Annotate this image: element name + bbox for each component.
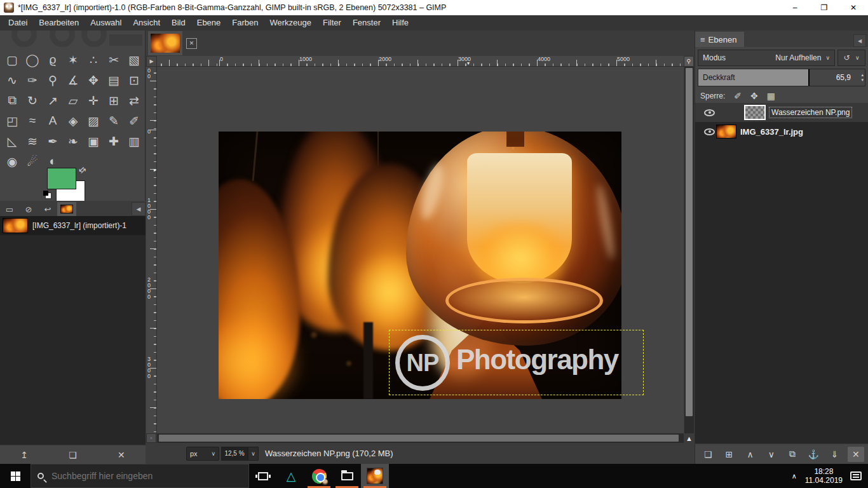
new-image-button[interactable]: ❏ — [64, 447, 81, 463]
image-tab-close-button[interactable]: ✕ — [186, 38, 197, 49]
lock-alpha-icon[interactable]: ▦ — [767, 91, 775, 101]
clone-tool[interactable]: ▣ — [83, 131, 104, 151]
start-button[interactable] — [0, 464, 31, 488]
raise-layer-button[interactable]: ∧ — [742, 447, 759, 462]
free-select-tool[interactable]: ϱ — [43, 50, 63, 70]
horizontal-ruler[interactable]: 0 1000 2000 3000 4000 5000 ▾ — [157, 56, 684, 67]
menu-datei[interactable]: Datei — [3, 15, 33, 30]
tab-ebenen[interactable]: ≡ Ebenen — [695, 32, 744, 47]
restore-button[interactable]: ❐ — [810, 0, 839, 15]
layer-row-photo[interactable]: IMG_6337_lr.jpg — [695, 122, 868, 141]
taskbar-search[interactable] — [31, 464, 249, 488]
paintbrush-tool[interactable]: ✐ — [124, 111, 144, 131]
layer-row-watermark[interactable]: Wasserzeichen NP.png — [695, 103, 868, 122]
menu-werkzeuge[interactable]: Werkzeuge — [264, 15, 318, 30]
menu-ebene[interactable]: Ebene — [191, 15, 227, 30]
foreground-select-tool[interactable]: ▧ — [124, 50, 144, 70]
align-tool[interactable]: ▤ — [104, 70, 124, 90]
menu-farben[interactable]: Farben — [226, 15, 264, 30]
close-button[interactable]: ✕ — [839, 0, 868, 15]
right-dock-collapse-button[interactable]: ◀ — [853, 34, 866, 47]
task-view-button[interactable] — [249, 464, 277, 488]
ruler-corner-button[interactable]: ▶ — [146, 56, 157, 67]
visibility-eye-icon[interactable] — [704, 128, 715, 135]
duplicate-layer-button[interactable]: ⧉ — [784, 447, 801, 462]
vertical-ruler[interactable]: 00 0 1000 2000 3000 ▸ — [146, 67, 157, 433]
list-item[interactable]: [IMG_6337_lr] (importiert)-1 — [0, 216, 146, 235]
layer-name[interactable]: IMG_6337_lr.jpg — [740, 127, 803, 137]
tab-device-status[interactable]: ⊘ — [19, 202, 38, 216]
pencil-tool[interactable]: ✎ — [104, 111, 124, 131]
scissors-select-tool[interactable]: ✂ — [104, 50, 124, 70]
text-tool[interactable]: A — [43, 111, 63, 131]
rectangle-select-tool[interactable]: ▢ — [2, 50, 22, 70]
fuzzy-select-tool[interactable]: ✶ — [63, 50, 83, 70]
crop-tool[interactable]: ⊡ — [124, 70, 144, 90]
anchor-layer-button[interactable]: ⚓ — [805, 447, 822, 462]
taskbar-clock[interactable]: 18:28 11.04.2019 — [805, 467, 843, 485]
horizontal-scrollbar[interactable] — [157, 433, 684, 443]
gradient-tool[interactable]: ▨ — [83, 111, 104, 131]
measure-tool[interactable]: ∡ — [63, 70, 83, 90]
tab-undo-history[interactable]: ↩ — [38, 202, 57, 216]
triangle-app-button[interactable]: △ — [277, 464, 305, 488]
photo-layer-thumbnail[interactable] — [716, 125, 736, 139]
airbrush-tool[interactable]: ≋ — [22, 131, 43, 151]
image-tab[interactable] — [148, 31, 182, 55]
menu-ansicht[interactable]: Ansicht — [127, 15, 166, 30]
lower-layer-button[interactable]: ∨ — [763, 447, 780, 462]
tab-tool-options[interactable]: ▭ — [0, 202, 19, 216]
action-center-icon[interactable] — [850, 471, 862, 480]
new-layer-group-button[interactable]: ⊞ — [721, 447, 737, 462]
left-dock-collapse-button[interactable]: ◀ — [132, 202, 146, 216]
menu-auswahl[interactable]: Auswahl — [85, 15, 127, 30]
unified-transform-tool[interactable]: ⧉ — [2, 90, 22, 111]
zoom-tool[interactable]: ⚲ — [43, 70, 63, 90]
quick-mask-button[interactable]: ▫ — [146, 433, 156, 443]
3d-transform-tool[interactable]: ⊞ — [104, 90, 124, 111]
unit-dropdown[interactable]: px ∨ — [186, 447, 219, 461]
layer-mode-dropdown[interactable]: Modus Nur Aufhellen ∨ — [698, 50, 835, 66]
h-scroll-thumb[interactable] — [159, 435, 679, 442]
foreground-color-swatch[interactable] — [47, 168, 76, 189]
eraser-tool[interactable]: ◺ — [2, 131, 22, 151]
select-by-color-tool[interactable]: ∴ — [83, 50, 104, 70]
heal-tool[interactable]: ✚ — [104, 131, 124, 151]
delete-layer-button[interactable]: ✕ — [848, 447, 864, 462]
ellipse-select-tool[interactable]: ◯ — [22, 50, 43, 70]
canvas-viewport[interactable]: NP Photography — [157, 67, 684, 433]
menu-filter[interactable]: Filter — [317, 15, 347, 30]
minimize-button[interactable]: – — [780, 0, 810, 15]
raise-to-top-button[interactable]: ↥ — [15, 447, 33, 463]
zoom-value[interactable]: 12,5 % — [221, 447, 248, 461]
navigation-button[interactable]: ▲ — [684, 433, 694, 443]
opacity-slider-handle[interactable] — [808, 69, 810, 86]
search-input[interactable] — [51, 471, 229, 481]
visibility-eye-icon[interactable] — [704, 109, 715, 116]
menu-bild[interactable]: Bild — [166, 15, 191, 30]
warp-transform-tool[interactable]: ≈ — [22, 111, 43, 131]
chrome-button[interactable] — [305, 464, 333, 488]
gimp-taskbar-button[interactable] — [361, 464, 389, 488]
ink-tool[interactable]: ✒ — [43, 131, 63, 151]
scale-tool[interactable]: ↗ — [43, 90, 63, 111]
opacity-spinner[interactable]: ▴ ▾ — [861, 69, 864, 86]
mode-options-button[interactable]: ↺ ∨ — [837, 50, 865, 66]
rotate-tool[interactable]: ↻ — [22, 90, 43, 111]
merge-layer-button[interactable]: ⇓ — [827, 447, 843, 462]
bucket-fill-tool[interactable]: ◈ — [63, 111, 83, 131]
tab-images[interactable] — [57, 202, 76, 216]
delete-image-button[interactable]: ✕ — [112, 447, 130, 463]
new-layer-button[interactable]: ❏ — [700, 447, 716, 462]
lock-position-icon[interactable]: ✥ — [750, 91, 758, 101]
opacity-slider[interactable]: Deckkraft 65,9 ▴ ▾ — [698, 69, 865, 86]
zoom-dropdown-button[interactable]: ∨ — [248, 447, 259, 461]
color-picker-tool[interactable]: ✑ — [22, 70, 43, 90]
flip-tool[interactable]: ⇄ — [124, 90, 144, 111]
zoom-follow-window-button[interactable]: ⚲ — [684, 56, 694, 67]
lock-pixels-icon[interactable]: ✐ — [734, 91, 742, 101]
vertical-scrollbar[interactable] — [684, 67, 694, 433]
perspective-clone-tool[interactable]: ▥ — [124, 131, 144, 151]
shear-tool[interactable]: ▱ — [63, 90, 83, 111]
menu-hilfe[interactable]: Hilfe — [386, 15, 414, 30]
